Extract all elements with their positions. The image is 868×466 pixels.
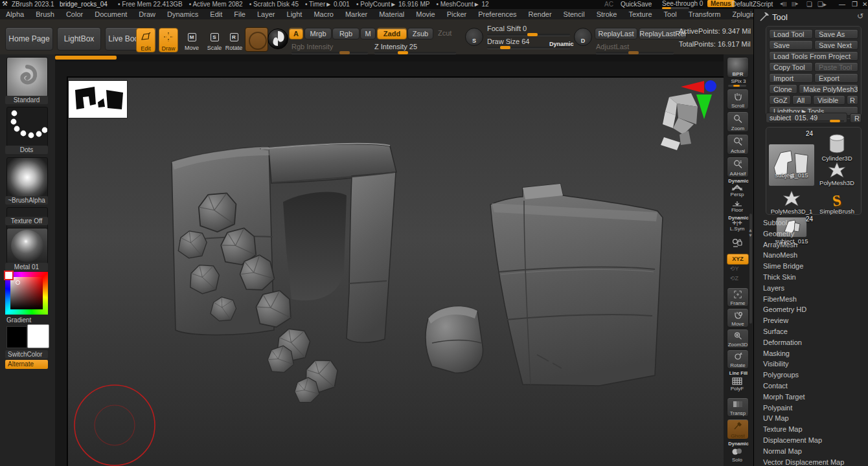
persp-button[interactable]: Persp bbox=[727, 183, 748, 197]
clone-button[interactable]: Clone bbox=[769, 84, 797, 94]
adjust-last-slider[interactable]: AdjustLast bbox=[596, 43, 629, 50]
ghost-button[interactable]: Ghost bbox=[727, 419, 749, 439]
move-view-button[interactable]: Move bbox=[727, 308, 749, 327]
menu-item[interactable]: Tool bbox=[658, 10, 683, 18]
brush-name-label[interactable]: Standard bbox=[5, 96, 48, 104]
subpalette-row[interactable]: Layers bbox=[754, 283, 868, 294]
menu-item[interactable]: File bbox=[228, 10, 251, 18]
subpalette-row[interactable]: NanoMesh bbox=[754, 250, 868, 261]
dock-right-icon[interactable]: |||▸ bbox=[792, 1, 798, 6]
zoom-button[interactable]: Zoom bbox=[727, 111, 749, 132]
default-zscript-button[interactable]: DefaultZScript bbox=[732, 1, 773, 8]
menu-item[interactable]: Draw bbox=[133, 10, 161, 18]
menu-item[interactable]: Marker bbox=[339, 10, 373, 18]
stack-next-icon[interactable]: ❏▸ bbox=[817, 1, 827, 8]
load-tool-button[interactable]: Load Tool bbox=[769, 29, 813, 39]
menu-item[interactable]: Picker bbox=[441, 10, 473, 18]
xyz-rotate-button[interactable]: XYZ bbox=[727, 254, 749, 265]
spix-slider[interactable]: SPix 3 bbox=[724, 78, 753, 84]
menu-item[interactable]: Stroke bbox=[591, 10, 623, 18]
subpalette-row[interactable]: Surface bbox=[754, 326, 868, 337]
subpalette-row[interactable]: Visibility bbox=[754, 359, 868, 370]
sv-square[interactable] bbox=[10, 277, 43, 309]
tool-palette-header[interactable]: Tool ↺ bbox=[754, 9, 868, 26]
replay-d-circle-button[interactable]: D bbox=[574, 28, 592, 46]
polyf-button[interactable]: PolyF bbox=[727, 376, 748, 392]
menu-item[interactable]: Render bbox=[523, 10, 558, 18]
edit-button[interactable]: Edit bbox=[136, 28, 155, 52]
focal-shift-slider[interactable]: Focal Shift 0 bbox=[487, 25, 527, 32]
focal-shift-track[interactable] bbox=[487, 34, 570, 36]
subpalette-row[interactable]: FiberMesh bbox=[754, 294, 868, 305]
local-pivot-button[interactable] bbox=[727, 234, 748, 251]
paste-tool-button[interactable]: Paste Tool bbox=[814, 62, 858, 72]
material-thumbnail[interactable] bbox=[268, 28, 288, 49]
color-picker[interactable] bbox=[5, 272, 48, 315]
current-tool-slider[interactable]: subject_015. 49 bbox=[766, 113, 847, 123]
subpalette-row[interactable]: Geometry bbox=[754, 228, 868, 239]
replay-last-button[interactable]: ReplayLast bbox=[595, 28, 637, 39]
tool-item-cylinder3d[interactable]: Cylinder3D bbox=[815, 129, 859, 162]
rgb-intensity-slider[interactable]: Rgb Intensity bbox=[291, 43, 333, 50]
tool-item-polymesh3d[interactable]: PolyMesh3D bbox=[815, 162, 859, 186]
make-polymesh3d-button[interactable]: Make PolyMesh3D bbox=[799, 84, 858, 94]
transp-button[interactable]: Transp bbox=[727, 397, 749, 417]
actual-button[interactable]: Actual bbox=[727, 134, 749, 155]
rgb-intensity-track[interactable] bbox=[291, 52, 368, 54]
stroke-dots-thumbnail[interactable] bbox=[6, 107, 48, 147]
mrgb-button[interactable]: Mrgb bbox=[304, 28, 332, 39]
lightbox-button[interactable]: LightBox bbox=[57, 27, 101, 50]
subpalette-row[interactable]: Morph Target bbox=[754, 392, 868, 403]
menu-item[interactable]: Document bbox=[89, 10, 133, 18]
main-color-swatch[interactable] bbox=[6, 326, 27, 348]
zadd-button[interactable]: Zadd bbox=[377, 28, 407, 39]
menu-item[interactable]: Layer bbox=[251, 10, 281, 18]
restore-icon[interactable]: ❐ bbox=[852, 1, 858, 8]
menu-item[interactable]: Stencil bbox=[558, 10, 591, 18]
subpalette-row[interactable]: UV Map bbox=[754, 413, 868, 424]
aahalf-button[interactable]: AAHalf bbox=[727, 157, 749, 177]
subpalette-row[interactable]: Subtool bbox=[754, 217, 868, 228]
minimize-icon[interactable]: — bbox=[839, 1, 845, 8]
subpalette-row[interactable]: Thick Skin bbox=[754, 272, 868, 283]
alpha-thumbnail[interactable] bbox=[6, 157, 48, 197]
import-button[interactable]: Import bbox=[769, 73, 813, 83]
brush-standard-thumbnail[interactable] bbox=[6, 57, 48, 97]
secondary-color-swatch[interactable] bbox=[27, 324, 49, 348]
frame-button[interactable]: Frame bbox=[727, 287, 749, 307]
menu-item[interactable]: Edit bbox=[204, 10, 228, 18]
subpalette-row[interactable]: Preview bbox=[754, 315, 868, 326]
bpr-render-button[interactable]: BPR bbox=[727, 57, 749, 78]
alpha-name-label[interactable]: ~BrushAlpha bbox=[5, 196, 48, 205]
close-icon[interactable]: ✕ bbox=[862, 1, 867, 8]
rotate-view-button[interactable]: Rotate bbox=[727, 350, 749, 369]
rotate-button[interactable]: R Rotate bbox=[225, 29, 243, 51]
visible-button[interactable]: Visible bbox=[813, 95, 845, 105]
subpalette-row[interactable]: Displacement Map bbox=[754, 435, 868, 446]
menu-item[interactable]: Alpha bbox=[0, 10, 30, 18]
tool-item-subject015-large[interactable]: 24 subject_015 bbox=[768, 129, 815, 186]
see-through-slider[interactable]: See-through 0 bbox=[662, 0, 703, 7]
palette-refresh-icon[interactable]: ↺ bbox=[857, 12, 863, 21]
color-a-button[interactable]: A bbox=[289, 28, 303, 39]
menu-item[interactable]: Movie bbox=[410, 10, 440, 18]
save-as-button[interactable]: Save As bbox=[814, 29, 858, 39]
dock-left-icon[interactable]: ◂||| bbox=[780, 1, 786, 6]
y-rotate-icon[interactable]: ⟲Y bbox=[730, 265, 739, 272]
menu-item[interactable]: Color bbox=[60, 10, 89, 18]
tool-item-polymesh3d-1[interactable]: PolyMesh3D_1 bbox=[768, 186, 815, 215]
subpalette-row[interactable]: ArrayMesh bbox=[754, 239, 868, 250]
m-button[interactable]: M bbox=[360, 28, 376, 39]
brush-thumbnail[interactable] bbox=[245, 27, 268, 52]
menu-item[interactable]: Transform bbox=[683, 10, 727, 18]
menu-item[interactable]: Light bbox=[281, 10, 308, 18]
menu-item[interactable]: Preferences bbox=[472, 10, 522, 18]
switch-color-button[interactable]: SwitchColor bbox=[5, 350, 48, 359]
draw-button[interactable]: Draw bbox=[159, 28, 178, 52]
subpalette-row[interactable]: Masking bbox=[754, 348, 868, 359]
right-shelf-scroll-arrows[interactable]: ▲▼ bbox=[748, 228, 753, 238]
move-button[interactable]: M Move bbox=[183, 29, 201, 51]
stroke-name-label[interactable]: Dots bbox=[5, 146, 48, 154]
subpalette-row[interactable]: Slime Bridge bbox=[754, 261, 868, 272]
subpalette-row[interactable]: Contact bbox=[754, 381, 868, 392]
